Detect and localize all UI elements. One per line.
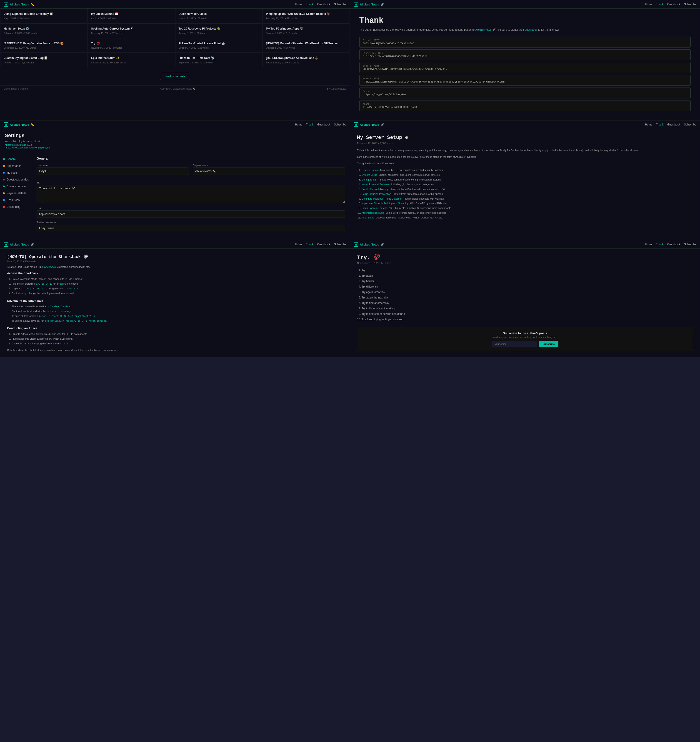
sidebar-item-posts[interactable]: My posts bbox=[0, 169, 32, 176]
list-item: Final Steps- Optional items (Go, Rust, N… bbox=[362, 215, 693, 220]
nav-thank[interactable]: Thank bbox=[656, 243, 663, 246]
sidebar-item-appearance[interactable]: Appearance bbox=[0, 162, 32, 169]
card-meta: September 30, 2020 • 2,385 words bbox=[91, 61, 172, 64]
nav-home[interactable]: Home bbox=[645, 3, 652, 6]
blog-card[interactable]: My Server Setup ⚙️ February 13, 2021 • 2… bbox=[0, 24, 87, 38]
panel-settings: ▣ Alicia's Notes ✏️ Home Thank Guestbook… bbox=[0, 120, 350, 240]
section-link[interactable]: Automated Backups bbox=[362, 211, 384, 214]
site-emoji: 🚀 bbox=[381, 3, 384, 6]
blog-card[interactable]: My Life in Months 📅 April 13, 2021 • 107… bbox=[88, 9, 175, 23]
blog-card[interactable]: Using Espanso to Boost Efficiency 🔲 May … bbox=[0, 9, 87, 23]
nav-subscribe[interactable]: Subscribe bbox=[684, 123, 696, 126]
nav-subscribe[interactable]: Subscribe bbox=[334, 243, 346, 246]
article-sections-list: System Update- Upgrade the OS and enable… bbox=[357, 168, 693, 220]
sidebar-label: Payment details bbox=[7, 191, 26, 195]
logo-box: ▣ bbox=[354, 242, 359, 247]
username-input[interactable] bbox=[37, 168, 189, 175]
list-item: Try again the next day bbox=[362, 295, 693, 300]
list-item: Captured loot is stored with the ~/loot/… bbox=[12, 309, 343, 314]
sidebar-item-guestbook[interactable]: Guestbook entries bbox=[0, 176, 32, 183]
blog-card[interactable]: Epic Internet Stuff! ✨ September 30, 202… bbox=[88, 53, 175, 67]
nav-thank[interactable]: Thank bbox=[656, 123, 663, 126]
section-link[interactable]: Install Essential Software bbox=[362, 183, 390, 186]
display-name-input[interactable] bbox=[193, 168, 345, 175]
card-title: My Life in Months 📅 bbox=[91, 12, 172, 16]
nav-guestbook[interactable]: Guestbook bbox=[317, 123, 331, 126]
section-link[interactable]: Configure SSH bbox=[362, 178, 378, 181]
nav-subscribe[interactable]: Subscribe bbox=[334, 123, 346, 126]
bio-textarea[interactable]: Thankful to be here 🌱 bbox=[37, 185, 345, 203]
blog-card[interactable]: Top 20 Raspberry Pi Projects 🍓 January 1… bbox=[175, 24, 263, 38]
blog-card[interactable]: [REFERENCE] Using Variable Fonts in CSS … bbox=[0, 38, 87, 53]
sidebar-item-resources[interactable]: Resources bbox=[0, 197, 32, 203]
guestbook-link[interactable]: guestbook bbox=[525, 28, 537, 31]
blog-card[interactable]: Custom Styling for Listed Blog 📝 October… bbox=[0, 53, 87, 67]
blog-card[interactable]: Spelling Auto-Correct System ✗ February … bbox=[88, 24, 175, 38]
blog-url1[interactable]: https://listed.to/@lissy93 bbox=[5, 143, 345, 146]
blog-card[interactable]: Quick How-To Guides March 17, 2021 • 272… bbox=[175, 9, 263, 23]
site-logo: ▣ Alicia's Notes ✏️ bbox=[4, 2, 34, 7]
site-logo: ▣ Alicia's Notes 🚀 bbox=[354, 242, 384, 247]
blog-url2[interactable]: https://listed.standardnotes.org/@lissy9… bbox=[5, 146, 345, 149]
nav-subscribe[interactable]: Subscribe bbox=[334, 3, 346, 6]
subscribe-button[interactable]: Subscribe bbox=[539, 341, 558, 347]
logo-box: ▣ bbox=[4, 242, 9, 247]
blog-card[interactable]: Try. 💯 November 15, 2020 • 50 words bbox=[88, 38, 175, 53]
nav-thank[interactable]: Thank bbox=[306, 123, 313, 126]
load-more-button[interactable]: Load more posts bbox=[160, 73, 190, 80]
nav-home[interactable]: Home bbox=[295, 3, 302, 6]
nav-guestbook[interactable]: Guestbook bbox=[667, 243, 681, 246]
nav-guestbook[interactable]: Guestbook bbox=[317, 243, 331, 246]
nav-thank[interactable]: Thank bbox=[656, 3, 663, 6]
twitter-input[interactable] bbox=[37, 225, 345, 232]
nav-home[interactable]: Home bbox=[295, 243, 302, 246]
sharkjack-intro: A Quick-Start Guide for the Hak5 SharkJa… bbox=[7, 265, 343, 268]
crypto-paypal: Paypal: https://paypal.me/aliciasykes bbox=[359, 87, 691, 99]
blog-card[interactable]: Pimping up Your DuckDuckGo Search Result… bbox=[263, 9, 350, 23]
blog-card[interactable]: [HOW-TO] Mullvad VPN using WireGuard on … bbox=[263, 38, 350, 53]
section-link[interactable]: System Update bbox=[362, 169, 379, 171]
section-link[interactable]: Implement Security Auditing and Scanning bbox=[362, 202, 409, 205]
site-emoji: 🚀 bbox=[31, 243, 34, 246]
nav-subscribe[interactable]: Subscribe bbox=[684, 3, 696, 6]
card-meta: February 15, 2021 • 637 words bbox=[91, 32, 172, 35]
blog-url-label: Your public blog is accessible via: bbox=[5, 140, 345, 143]
dot-icon bbox=[3, 158, 5, 160]
blog-card[interactable]: My Top 50 Windows Apps 🖥️ January 1, 202… bbox=[263, 24, 350, 38]
dot-icon bbox=[3, 192, 5, 194]
sidebar-item-delete[interactable]: Delete blog bbox=[0, 203, 32, 210]
settings-header: Settings Your public blog is accessible … bbox=[0, 129, 350, 152]
section-link[interactable]: Setup Intrusion Prevention bbox=[362, 193, 391, 195]
site-link[interactable]: Alicia's Notes 🚀 bbox=[475, 28, 496, 31]
nav-thank[interactable]: Thank bbox=[306, 3, 313, 6]
nav-home[interactable]: Home bbox=[295, 123, 302, 126]
nav-guestbook[interactable]: Guestbook bbox=[667, 123, 681, 126]
section-link[interactable]: Configure Malicious Traffic Detection bbox=[362, 197, 402, 200]
sidebar-item-domain[interactable]: Custom domain bbox=[0, 183, 32, 190]
nav-guestbook[interactable]: Guestbook bbox=[317, 3, 331, 6]
blog-card[interactable]: Pi Zero Tor-Routed Access Point 🥧 Octobe… bbox=[175, 38, 263, 53]
nav-thank[interactable]: Thank bbox=[306, 243, 313, 246]
section-link[interactable]: Enable Firewall bbox=[362, 188, 379, 190]
section-heading: Conducting an Attack bbox=[7, 327, 343, 330]
sidebar-item-payment[interactable]: Payment details bbox=[0, 190, 32, 197]
nav-home[interactable]: Home bbox=[645, 243, 652, 246]
link-input[interactable] bbox=[37, 211, 345, 218]
section-link[interactable]: Fetch Dotfiles bbox=[362, 207, 377, 209]
crypto-zcash: zCash: t1bw1SefijsXRDQVxC9we64XsRKBhBhtQ… bbox=[359, 100, 691, 111]
section-link[interactable]: System Setup bbox=[362, 174, 377, 176]
section-link[interactable]: Final Steps bbox=[362, 216, 374, 219]
sidebar-label: General bbox=[7, 158, 16, 161]
nav-home[interactable]: Home bbox=[645, 123, 652, 126]
sharkjack-link[interactable]: SharkJack bbox=[44, 265, 56, 268]
blog-card[interactable]: Fun with Real-Time Data 📡 September 23, … bbox=[175, 53, 263, 67]
blog-card[interactable]: [REFERENCE] InfoSec Abbreviations 🔒 Sept… bbox=[263, 53, 350, 67]
logo-box: ▣ bbox=[354, 122, 359, 127]
link-label: Link bbox=[37, 207, 345, 210]
sidebar-item-general[interactable]: General bbox=[0, 156, 32, 162]
list-item: Try differently bbox=[362, 284, 693, 289]
subscribe-email-input[interactable] bbox=[491, 341, 537, 347]
nav-subscribe[interactable]: Subscribe bbox=[684, 243, 696, 246]
settings-title: Settings bbox=[5, 132, 345, 138]
nav-guestbook[interactable]: Guestbook bbox=[667, 3, 681, 6]
